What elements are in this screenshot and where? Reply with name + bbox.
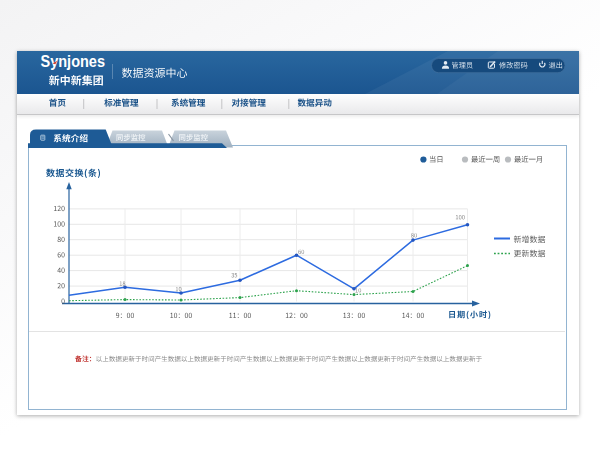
svg-text:Synjones: Synjones (41, 53, 106, 70)
